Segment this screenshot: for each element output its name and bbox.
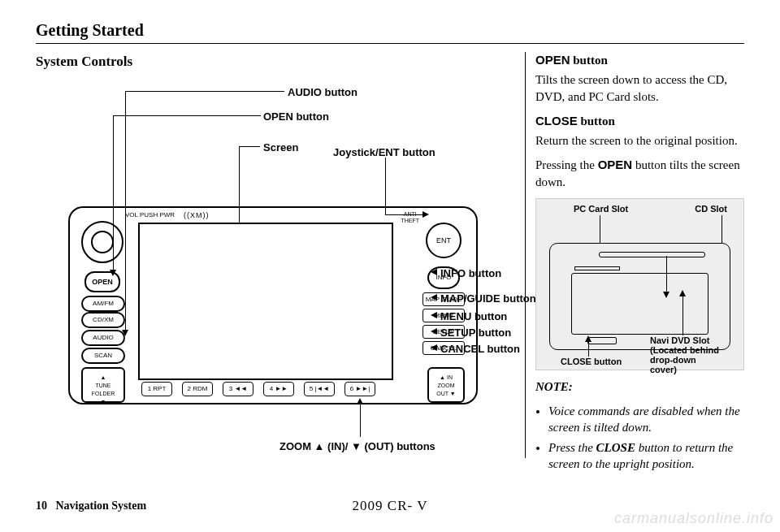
left-column: System Controls AUDIO button OPEN button… (36, 52, 515, 475)
tune-folder-rocker[interactable]: ▲ TUNE FOLDER ▼ (81, 367, 125, 403)
preset-2[interactable]: 2 RDM (182, 382, 213, 396)
close-term2: button (580, 115, 615, 128)
amfm-button[interactable]: AM/FM (81, 296, 125, 312)
close-button[interactable] (587, 337, 617, 344)
leader (588, 342, 589, 357)
right-column: OPEN button Tilts the screen down to acc… (535, 52, 744, 475)
arrowhead-up-icon (585, 335, 592, 342)
open-term: OPEN (535, 53, 570, 67)
label-screen: Screen (263, 141, 298, 154)
audio-button[interactable]: AUDIO (81, 330, 125, 346)
map-guide-button[interactable]: MAP GUIDE (422, 292, 465, 306)
slot-figure: PC Card Slot CD Slot CLOSE button (535, 198, 744, 370)
scan-button[interactable]: SCAN (81, 348, 125, 364)
label-navi-dvd: Navi DVD Slot (Located behind drop-down … (650, 335, 719, 374)
leader (360, 404, 361, 437)
leader (722, 215, 722, 246)
label-open: OPEN button (263, 110, 329, 123)
chapter-title: Getting Started (36, 21, 744, 44)
watermark: carmanualsonline.info (614, 510, 774, 527)
note-item: Press the CLOSE button to return the scr… (548, 439, 744, 473)
open-button[interactable]: OPEN (84, 271, 120, 292)
note-1: Voice commands are disabled when the scr… (548, 404, 740, 434)
label-pc-slot: PC Card Slot (574, 204, 628, 214)
setup-button[interactable]: SETUP (422, 325, 465, 339)
head-unit: VOL PUSH PWR ((XM)) ANTI THEFT OPEN AM/F… (68, 206, 478, 404)
vol-pwr-label: VOL PUSH PWR (125, 211, 175, 218)
tilted-screen (571, 273, 708, 335)
leader (113, 115, 261, 116)
press-1: Pressing the (535, 158, 598, 171)
section-title: System Controls (36, 54, 515, 70)
arrowhead-up-icon (679, 290, 686, 296)
zoom-rocker[interactable]: ▲ IN ZOOM OUT ▼ (427, 367, 465, 403)
cdxm-button[interactable]: CD/XM (81, 312, 125, 328)
cd-slot[interactable] (599, 252, 705, 257)
xm-label: ((XM)) (184, 211, 210, 219)
close-desc: Return the screen to the original positi… (535, 132, 744, 149)
column-divider (525, 52, 526, 458)
tilted-unit (549, 243, 730, 350)
leader (666, 256, 667, 292)
label-audio: AUDIO button (288, 86, 358, 98)
open-heading: OPEN button (535, 52, 744, 68)
leader (125, 91, 284, 92)
close-heading: CLOSE button (535, 113, 744, 129)
anti-theft-label: ANTI THEFT (401, 211, 419, 224)
note2b: CLOSE (596, 441, 635, 454)
press-line: Pressing the OPEN button tilts the scree… (535, 157, 744, 190)
menu-button[interactable]: MENU (422, 309, 465, 322)
volume-knob[interactable] (81, 221, 124, 263)
ent-joystick[interactable]: ENT (426, 223, 462, 258)
leader (239, 146, 260, 147)
label-zoom: ZOOM ▲ (IN)/ ▼ (OUT) buttons (280, 440, 436, 452)
preset-4[interactable]: 4 ►► (263, 382, 294, 396)
arrowhead-down-icon (663, 292, 670, 298)
close-term: CLOSE (535, 114, 578, 128)
preset-5[interactable]: 5 |◄◄ (304, 382, 335, 396)
label-joystick: Joystick/ENT button (333, 146, 436, 158)
pc-card-slot[interactable] (574, 266, 620, 270)
label-close-button: CLOSE button (561, 357, 622, 366)
note-item: Voice commands are disabled when the scr… (548, 403, 744, 436)
note-list: Voice commands are disabled when the scr… (548, 403, 744, 472)
info-button[interactable]: INFO (427, 266, 460, 289)
preset-6[interactable]: 6 ►►| (344, 382, 375, 396)
open-desc: Tilts the screen down to access the CD, … (535, 71, 744, 105)
cancel-button[interactable]: CANCEL (422, 341, 465, 355)
leader (682, 296, 683, 335)
note-heading: NOTE: (535, 380, 573, 393)
note2a: Press the (548, 441, 596, 454)
label-cd-slot: CD Slot (695, 204, 727, 214)
open-term2: button (573, 54, 608, 67)
press-open: OPEN (598, 158, 633, 171)
preset-3[interactable]: 3 ◄◄ (223, 382, 254, 396)
nav-screen[interactable] (138, 223, 393, 380)
preset-1[interactable]: 1 RPT (141, 382, 172, 396)
